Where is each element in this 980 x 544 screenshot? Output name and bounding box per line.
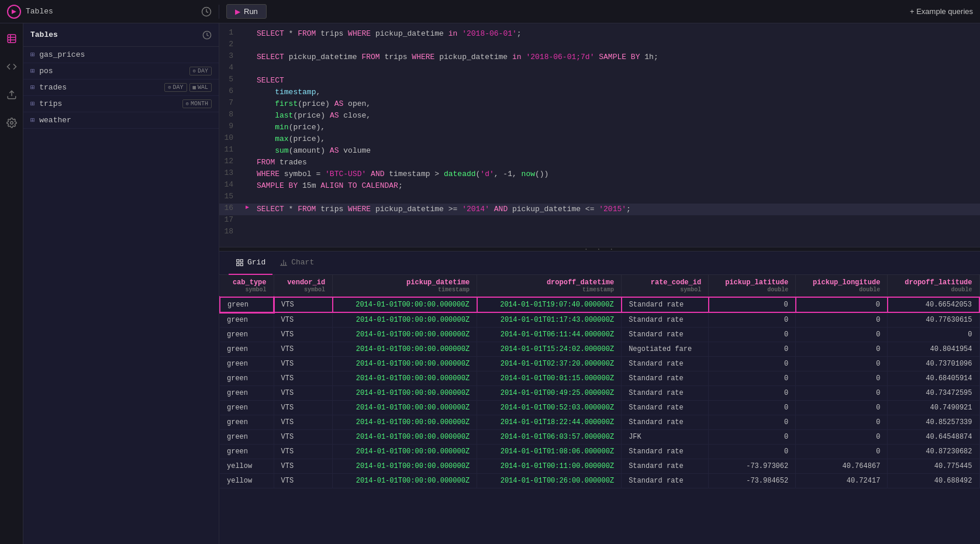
tab-chart[interactable]: Chart [272, 252, 321, 275]
table-cell: VTS [274, 342, 333, 357]
table-cell: 2014-01-01T00:11:00.000000Z [477, 459, 622, 474]
table-cell: 40.64548874 [888, 430, 979, 445]
table-cell: green [220, 342, 274, 357]
table-item-trips[interactable]: ⊞ trips ⊙ MONTH [23, 96, 219, 112]
col-header-pickup_datetime[interactable]: pickup_datetime timestamp [333, 275, 477, 297]
table-item-pos[interactable]: ⊞ pos ⊙ DAY [23, 63, 219, 80]
table-cell: 2014-01-01T00:00:00.000000Z [333, 474, 477, 488]
table-cell: VTS [274, 312, 333, 328]
table-sidebar: Tables ⊞ gas_prices ⊞ pos ⊙ DAY [23, 23, 219, 544]
code-line-16: 16 ▶ SELECT * FROM trips WHERE pickup_da… [219, 204, 980, 215]
history-icon[interactable] [201, 6, 212, 17]
code-nav-icon[interactable] [2, 57, 21, 76]
svg-rect-12 [237, 263, 239, 266]
table-cell: VTS [274, 430, 333, 445]
top-bar: Tables ▶ Run + Example queries [0, 0, 980, 23]
col-header-cab_type[interactable]: cab_type symbol [220, 275, 274, 297]
editor-area: 1 SELECT * FROM trips WHERE pickup_datet… [219, 23, 980, 544]
col-header-dropoff_latitude[interactable]: dropoff_latitude double [888, 275, 979, 297]
col-header-pickup_longitude[interactable]: pickup_longitude double [796, 275, 888, 297]
tab-grid[interactable]: Grid [229, 252, 272, 275]
code-line-17: 17 [219, 215, 980, 227]
table-cell: 2014-01-01T15:24:02.000000Z [477, 342, 622, 357]
table-row[interactable]: greenVTS2014-01-01T00:00:00.000000Z2014-… [220, 415, 979, 430]
table-cell: 2014-01-01T00:00:00.000000Z [333, 459, 477, 474]
table-row[interactable]: greenVTS2014-01-01T00:00:00.000000Z2014-… [220, 401, 979, 415]
table-cell: 2014-01-01T18:22:44.000000Z [477, 415, 622, 430]
table-item-weather[interactable]: ⊞ weather [23, 112, 219, 129]
chart-tab-icon [279, 259, 288, 267]
resize-handle[interactable]: · · · [219, 247, 980, 252]
table-cell: 0 [796, 430, 888, 445]
code-editor[interactable]: 1 SELECT * FROM trips WHERE pickup_datet… [219, 23, 980, 247]
col-header-dropoff_datetime[interactable]: dropoff_datetime timestamp [477, 275, 622, 297]
table-row[interactable]: greenVTS2014-01-01T00:00:00.000000Z2014-… [220, 297, 979, 312]
table-cell: VTS [274, 328, 333, 342]
table-cell: 2014-01-01T00:00:00.000000Z [333, 401, 477, 415]
table-sidebar-header: Tables [23, 23, 219, 47]
table-cell: Standard rate [622, 312, 709, 328]
table-cell: Standard rate [622, 297, 709, 312]
table-cell: 2014-01-01T00:00:00.000000Z [333, 297, 477, 312]
table-item-trades[interactable]: ⊞ trades ⊙ DAY ▦ WAL [23, 80, 219, 96]
table-cell: -73.984652 [709, 474, 796, 488]
table-row[interactable]: yellowVTS2014-01-01T00:00:00.000000Z2014… [220, 459, 979, 474]
table-row[interactable]: greenVTS2014-01-01T00:00:00.000000Z2014-… [220, 312, 979, 328]
clock-icon: ⊙ [193, 68, 196, 74]
table-cell: 2014-01-01T00:00:00.000000Z [333, 357, 477, 371]
settings-nav-icon[interactable] [2, 113, 21, 132]
table-row[interactable]: greenVTS2014-01-01T00:00:00.000000Z2014-… [220, 371, 979, 386]
table-badges-pos: ⊙ DAY [189, 67, 212, 75]
table-cell: 0 [796, 415, 888, 430]
code-line-7: 7 first(price) AS open, [219, 98, 980, 110]
table-item-gas_prices[interactable]: ⊞ gas_prices [23, 47, 219, 63]
code-line-10: 10 max(price), [219, 133, 980, 145]
table-cell: 40.66542053 [888, 297, 979, 312]
table-cell: green [220, 445, 274, 459]
upload-nav-icon[interactable] [2, 85, 21, 104]
table-cell: green [220, 430, 274, 445]
tables-nav-icon[interactable] [2, 29, 21, 48]
table-row[interactable]: yellowVTS2014-01-01T00:00:00.000000Z2014… [220, 474, 979, 488]
col-header-pickup_latitude[interactable]: pickup_latitude double [709, 275, 796, 297]
badge-day: ⊙ DAY [189, 67, 212, 75]
table-grid-icon: ⊞ [30, 50, 34, 59]
table-row[interactable]: greenVTS2014-01-01T00:00:00.000000Z2014-… [220, 386, 979, 401]
table-cell: 2014-01-01T00:00:00.000000Z [333, 342, 477, 357]
table-grid-icon: ⊞ [30, 83, 34, 92]
code-line-15: 15 [219, 192, 980, 204]
data-table-wrapper[interactable]: cab_type symbol vendor_id symbol pickup_… [219, 275, 980, 544]
badge-day: ⊙ DAY [164, 83, 187, 92]
table-cell: 40.8041954 [888, 342, 979, 357]
table-cell: 40.688492 [888, 474, 979, 488]
table-cell: 0 [709, 445, 796, 459]
table-row[interactable]: greenVTS2014-01-01T00:00:00.000000Z2014-… [220, 342, 979, 357]
table-row[interactable]: greenVTS2014-01-01T00:00:00.000000Z2014-… [220, 357, 979, 371]
table-cell: Standard rate [622, 357, 709, 371]
table-row[interactable]: greenVTS2014-01-01T00:00:00.000000Z2014-… [220, 445, 979, 459]
table-row[interactable]: greenVTS2014-01-01T00:00:00.000000Z2014-… [220, 430, 979, 445]
table-cell: 0 [796, 328, 888, 342]
table-cell: Negotiated fare [622, 342, 709, 357]
table-cell: 40.73472595 [888, 386, 979, 401]
wal-icon: ▦ [193, 84, 196, 91]
table-cell: VTS [274, 474, 333, 488]
tab-chart-label: Chart [291, 258, 314, 267]
table-cell: VTS [274, 371, 333, 386]
table-cell: 2014-01-01T00:00:00.000000Z [333, 445, 477, 459]
main-layout: Tables ⊞ gas_prices ⊞ pos ⊙ DAY [0, 23, 980, 544]
run-button[interactable]: ▶ Run [226, 4, 267, 19]
table-row[interactable]: greenVTS2014-01-01T00:00:00.000000Z2014-… [220, 328, 979, 342]
table-cell: 2014-01-01T00:01:15.000000Z [477, 371, 622, 386]
example-queries-button[interactable]: + Example queries [910, 7, 973, 16]
table-cell: 40.87230682 [888, 445, 979, 459]
col-header-vendor_id[interactable]: vendor_id symbol [274, 275, 333, 297]
table-cell: 0 [796, 342, 888, 357]
col-header-rate_code_id[interactable]: rate_code_id symbol [622, 275, 709, 297]
sidebar-history-icon[interactable] [202, 30, 212, 40]
table-cell: 2014-01-01T00:00:00.000000Z [333, 415, 477, 430]
table-cell: 0 [709, 342, 796, 357]
code-line-4: 4 [219, 63, 980, 75]
svg-rect-10 [240, 259, 243, 261]
table-cell: 2014-01-01T00:00:00.000000Z [333, 328, 477, 342]
